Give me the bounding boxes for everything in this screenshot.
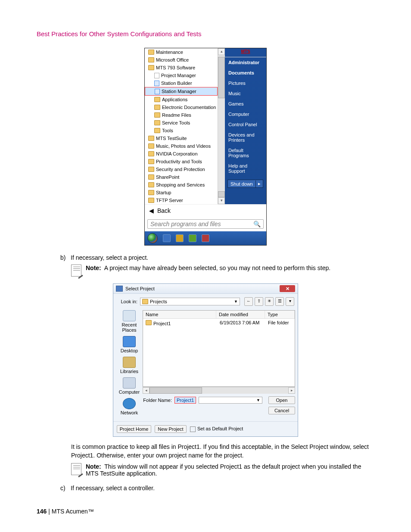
default-project-checkbox[interactable]: Set as Default Project xyxy=(190,426,243,432)
col-date[interactable]: Date modified xyxy=(216,311,265,318)
startmenu-item[interactable]: NVIDIA Corporation xyxy=(145,150,218,158)
nav-tool-button[interactable]: ✳ xyxy=(265,297,274,306)
chevron-down-icon[interactable]: ▼ xyxy=(234,299,238,304)
foldername-input[interactable]: Project1 xyxy=(174,397,196,404)
startmenu-right-item[interactable]: Administrator xyxy=(225,57,266,68)
startmenu-item[interactable]: Readme Files xyxy=(145,111,218,119)
nav-tool-button[interactable]: ☰ xyxy=(275,297,284,306)
page-footer: 146 | MTS Acumen™ xyxy=(37,508,94,515)
startmenu-right-item[interactable]: Pictures xyxy=(225,78,266,88)
taskbar-explorer-icon[interactable] xyxy=(176,234,184,242)
startmenu-item[interactable]: Microsoft Office xyxy=(145,56,218,64)
select-project-dialog: Select Project ✕ Look in: Projects ▼ ←⇧✳… xyxy=(113,283,298,437)
startmenu-item[interactable]: Project Manager xyxy=(145,72,218,79)
cancel-button[interactable]: Cancel xyxy=(268,407,295,414)
folder-icon xyxy=(148,182,154,187)
recent-icon xyxy=(123,310,136,321)
note-2: Note: This window will not appear if you… xyxy=(71,463,374,477)
places-item[interactable]: Recent Places xyxy=(116,310,143,333)
startmenu-item[interactable]: SharePoint xyxy=(145,173,218,181)
note-icon xyxy=(71,463,81,475)
startmenu-item[interactable]: Tools xyxy=(145,127,218,134)
startmenu-item[interactable]: Applications xyxy=(145,96,218,103)
places-item[interactable]: Computer xyxy=(116,377,143,395)
startmenu-right-item[interactable]: Devices and Printers xyxy=(225,130,266,145)
col-type[interactable]: Type xyxy=(265,311,295,318)
startmenu-item[interactable]: Electronic Documentation xyxy=(145,103,218,111)
nav-tool-button[interactable]: ▾ xyxy=(286,297,294,306)
taskbar-media-icon[interactable] xyxy=(189,234,196,242)
open-button[interactable]: Open xyxy=(268,396,295,404)
file-row[interactable]: Project1 6/19/2013 7:06 AM File folder xyxy=(143,319,295,327)
nav-tool-button[interactable]: ⇧ xyxy=(255,297,263,306)
startmenu-right-item[interactable]: Documents xyxy=(225,68,266,78)
places-item[interactable]: Network xyxy=(116,398,143,415)
startmenu-item[interactable]: Startup xyxy=(145,189,218,196)
folder-icon xyxy=(148,57,154,62)
col-name[interactable]: Name xyxy=(143,311,216,318)
folder-icon xyxy=(148,198,154,203)
close-button[interactable]: ✕ xyxy=(280,285,295,292)
startmenu-item[interactable]: Security and Protection xyxy=(145,165,218,173)
nav-tool-button[interactable]: ← xyxy=(244,297,253,306)
search-icon: 🔍 xyxy=(253,221,261,227)
back-arrow-icon: ◀ xyxy=(149,207,154,214)
startmenu-screenshot: MaintenanceMicrosoft OfficeMTS 793 Softw… xyxy=(144,48,267,246)
startmenu-item[interactable]: MTS 793 Software xyxy=(145,64,218,72)
folder-icon xyxy=(148,136,154,141)
startmenu-item[interactable]: Service Tools xyxy=(145,119,218,127)
folder-icon xyxy=(148,143,154,149)
folder-icon xyxy=(148,159,154,164)
startmenu-item[interactable]: Station Manager xyxy=(145,87,218,96)
folder-icon xyxy=(148,167,154,172)
back-button[interactable]: ◀ Back xyxy=(145,204,266,217)
startmenu-right-item[interactable]: Music xyxy=(225,88,266,99)
startmenu-item[interactable]: Station Builder xyxy=(145,79,218,87)
startmenu-right-item[interactable]: Computer xyxy=(225,109,266,119)
lookin-label: Look in: xyxy=(117,299,137,304)
folder-icon xyxy=(154,105,160,110)
startmenu-item[interactable]: TFTP Server xyxy=(145,196,218,204)
startmenu-scrollbar[interactable]: ▴ ▾ xyxy=(218,48,225,204)
note-icon xyxy=(71,264,81,277)
places-item[interactable]: Libraries xyxy=(116,357,143,374)
startmenu-item[interactable]: Maintenance xyxy=(145,48,218,56)
new-project-button[interactable]: New Project xyxy=(155,425,187,433)
startmenu-right-item[interactable]: Control Panel xyxy=(225,119,266,130)
startmenu-item[interactable]: Shopping and Services xyxy=(145,181,218,189)
places-item[interactable]: Desktop xyxy=(116,336,143,353)
foldername-combo[interactable]: ▼ xyxy=(199,397,262,404)
folder-icon xyxy=(148,151,154,156)
taskbar-app-icon[interactable] xyxy=(202,234,209,242)
startmenu-right-item[interactable]: Help and Support xyxy=(225,161,266,176)
scroll-down-icon[interactable]: ▾ xyxy=(218,197,225,204)
taskbar xyxy=(145,231,266,245)
comp-icon xyxy=(123,377,136,389)
shutdown-button[interactable]: Shut down▸ xyxy=(227,180,263,188)
step-b: b) If necessary, select a project. xyxy=(60,254,374,261)
desktop-icon xyxy=(123,336,136,347)
project-home-button[interactable]: Project Home xyxy=(117,425,151,433)
startmenu-item[interactable]: Productivity and Tools xyxy=(145,158,218,165)
shutdown-arrow-icon[interactable]: ▸ xyxy=(256,180,263,187)
lookin-combo[interactable]: Projects ▼ xyxy=(140,298,240,305)
file-list[interactable]: Name Date modified Type Project1 6/19/20… xyxy=(143,310,295,387)
folder-icon xyxy=(154,97,160,102)
horizontal-scrollbar[interactable]: ◂▸ xyxy=(143,387,295,394)
folder-icon xyxy=(148,50,154,55)
file-icon xyxy=(154,73,159,78)
scroll-up-icon[interactable]: ▴ xyxy=(218,48,225,55)
scroll-thumb[interactable] xyxy=(218,57,225,98)
taskbar-ie-icon[interactable] xyxy=(163,234,171,242)
startmenu-right-item[interactable]: Default Programs xyxy=(225,145,266,161)
paragraph-1: It is common practice to keep all files … xyxy=(71,443,374,460)
search-input[interactable]: Search programs and files 🔍 xyxy=(147,219,264,229)
startmenu-right-item[interactable]: Games xyxy=(225,99,266,109)
foldername-label: Folder Name: xyxy=(143,398,172,403)
page-title: Best Practices for Other System Configur… xyxy=(37,30,374,37)
startmenu-item[interactable]: Music, Photos and Videos xyxy=(145,142,218,150)
note-1: Note: A project may have already been se… xyxy=(71,264,374,277)
startmenu-item[interactable]: MTS TestSuite xyxy=(145,134,218,142)
start-orb-icon[interactable] xyxy=(147,233,158,243)
net-icon xyxy=(123,398,136,409)
